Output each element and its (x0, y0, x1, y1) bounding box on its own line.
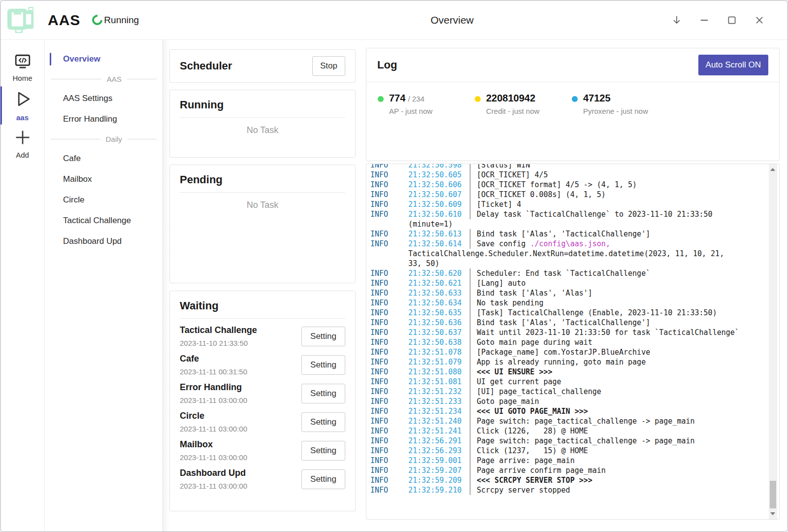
nav-item[interactable]: Overview (45, 49, 163, 69)
log-level: INFO (370, 475, 408, 485)
log-separator (470, 367, 470, 377)
log-timestamp: 21:32:50.607 (408, 190, 470, 200)
divider (180, 117, 345, 118)
rail-item-home[interactable]: Home (0, 51, 44, 85)
log-separator (470, 318, 470, 328)
log-line: INFO 21:32:51.234 <<< UI GOTO PAGE_MAIN … (370, 406, 779, 416)
running-empty-label: No Task (180, 125, 345, 135)
waiting-task-row: Cafe 2023-11-11 00:31:50 Setting (180, 354, 345, 376)
log-level: INFO (370, 367, 408, 377)
log-timestamp: 21:32:51.234 (408, 406, 470, 416)
log-separator (470, 347, 470, 357)
task-scheduled-time: 2023-11-11 03:00:00 (180, 482, 247, 490)
log-line: INFO 21:32:50.620 Scheduler: End task `T… (370, 268, 779, 278)
rail-label: Home (12, 74, 32, 82)
maximize-icon[interactable] (725, 14, 738, 27)
nav-item[interactable]: Circle (45, 190, 163, 210)
log-timestamp: 21:32:51.081 (408, 377, 470, 387)
log-line: INFO 21:32:51.080 <<< UI ENSURE >>> (370, 367, 779, 377)
scroll-up-icon[interactable] (770, 168, 775, 171)
minimize-icon[interactable] (698, 14, 711, 27)
arrow-down-icon[interactable] (670, 14, 683, 27)
stat-dot-icon (572, 96, 578, 102)
log-lines: INFO 21:32:50.598 [Status] WIN INFO 21:3… (370, 164, 779, 495)
log-scrollbar[interactable] (769, 164, 777, 519)
nav-item[interactable]: Cafe (45, 148, 163, 169)
app-logo-icon (5, 5, 38, 35)
stat-total: / 234 (408, 95, 424, 103)
task-name: Error Handling (180, 382, 247, 393)
task-setting-button[interactable]: Setting (301, 355, 345, 375)
stat-dot-icon (378, 96, 384, 102)
log-timestamp: 21:32:50.598 (408, 164, 470, 170)
running-spinner-icon (90, 13, 105, 28)
log-separator (470, 397, 470, 406)
log-line: INFO 21:32:59.210 Scrcpy server stopped (370, 485, 779, 495)
log-line: INFO 21:32:59.001 Page arrive: page_main (370, 456, 779, 466)
log-timestamp: 21:32:50.633 (408, 288, 470, 298)
nav-item[interactable]: AAS Settings (45, 88, 163, 109)
log-line: INFO 21:32:51.078 [Package_name] com.Yos… (370, 347, 779, 357)
log-level: INFO (370, 426, 408, 436)
resource-stat: 47125 Pyroxene - just now (572, 93, 669, 115)
log-separator (470, 278, 470, 288)
task-setting-button[interactable]: Setting (301, 469, 345, 489)
plus-icon (14, 129, 32, 148)
log-line: INFO 21:32:56.293 Click (1237, 15) @ HOM… (370, 446, 779, 456)
log-timestamp: 21:32:50.614 (408, 239, 470, 249)
status-label: Running (104, 15, 139, 26)
task-setting-button[interactable]: Setting (301, 327, 345, 346)
log-message: Bind task ['Alas', 'TacticalChallenge'] (477, 318, 650, 328)
log-message: No task pending (477, 298, 543, 308)
log-separator (470, 466, 470, 475)
nav-item[interactable]: Mailbox (45, 169, 163, 190)
log-line: INFO 21:32:51.241 Click (1226, 28) @ HOM… (370, 426, 779, 436)
nav-section-divider: AAS (45, 69, 163, 88)
waiting-task-row: Tactical Challenge 2023-11-10 21:33:50 S… (180, 325, 345, 347)
log-message-continuation: TacticalChallenge.Scheduler.NextRun=date… (408, 249, 724, 259)
pending-empty-label: No Task (180, 200, 345, 210)
stat-value: 774/ 234 (389, 93, 425, 103)
log-level: INFO (370, 229, 408, 239)
task-setting-button[interactable]: Setting (301, 412, 345, 432)
nav-item[interactable]: Dashboard Upd (45, 231, 163, 252)
app-window: AAS Running Overview (0, 0, 788, 532)
log-message: Page arrive: page_main (477, 456, 575, 466)
active-indicator (0, 86, 2, 125)
stat-value: 47125 (583, 93, 611, 103)
close-icon[interactable] (753, 14, 766, 27)
log-message: [Package_name] com.YostarJP.BlueArchive (477, 347, 650, 357)
auto-scroll-toggle[interactable]: Auto Scroll ON (698, 55, 768, 75)
task-setting-button[interactable]: Setting (301, 441, 345, 461)
log-message: [OCR_TICKET] 4/5 (477, 170, 548, 180)
log-scrollbar-thumb[interactable] (770, 481, 776, 508)
title-bar: AAS Running Overview (0, 0, 788, 40)
log-message: [Task] TacticalChallenge (Enable, 2023-1… (477, 308, 717, 318)
log-timestamp: 21:32:51.232 (408, 387, 470, 397)
log-message: UI get current page (477, 377, 561, 387)
window-controls (670, 14, 788, 27)
scheduler-stop-button[interactable]: Stop (312, 56, 345, 76)
running-card: Running No Task (169, 90, 356, 158)
task-scheduled-time: 2023-11-10 21:33:50 (180, 339, 257, 347)
log-separator (470, 170, 470, 180)
log-message: Page arrive confirm page_main (477, 466, 606, 475)
nav-item[interactable]: Tactical Challenge (45, 210, 163, 231)
scroll-down-icon[interactable] (770, 512, 775, 515)
log-level: INFO (370, 377, 408, 387)
nav-item[interactable]: Error Handling (45, 109, 163, 130)
log-line: INFO 21:32:50.614 Save config ./config\a… (370, 239, 779, 249)
log-level: INFO (370, 387, 408, 397)
log-separator (470, 164, 470, 170)
task-setting-button[interactable]: Setting (301, 384, 345, 403)
log-line: INFO 21:32:51.233 Goto page_main (370, 397, 779, 406)
log-level: INFO (370, 446, 408, 456)
log-separator (470, 298, 470, 308)
divider (180, 318, 345, 319)
rail-item-aas[interactable]: aas (0, 86, 44, 125)
log-level (370, 219, 408, 229)
log-line: INFO 21:32:50.610 Delay task `TacticalCh… (370, 209, 779, 219)
rail-item-add[interactable]: Add (0, 126, 44, 162)
log-output[interactable]: INFO 21:32:50.598 [Status] WIN INFO 21:3… (366, 164, 780, 520)
log-message: Click (1226, 28) @ HOME (477, 426, 588, 436)
